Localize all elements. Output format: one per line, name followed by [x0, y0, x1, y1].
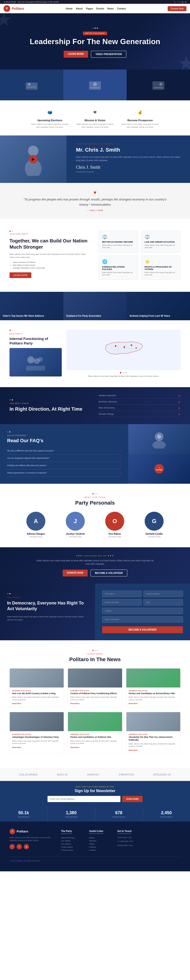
hero-image-2	[64, 70, 127, 100]
news-desc-3: Etiam ultrices risus etiam long diam sit…	[129, 696, 178, 701]
news-link-5[interactable]: Read More	[70, 746, 120, 748]
issue-label-1: Voter's Top Issues We Have Address	[3, 314, 44, 317]
footer-col-links: Useful Links About Services Teams Projec…	[89, 829, 112, 852]
news-card-3: AGENDA POLITICS Parties and Candidates a…	[126, 668, 180, 708]
instagram-icon[interactable]: ig	[182, 1, 184, 3]
news-link-1[interactable]: Read More	[12, 702, 61, 705]
footer-link-1[interactable]: About	[89, 836, 112, 839]
city-input[interactable]	[144, 599, 183, 605]
news-link-6[interactable]: Read More	[129, 749, 178, 751]
news-body-3: AGENDA POLITICS Parties and Candidates a…	[126, 687, 180, 707]
carousel-dot-3[interactable]	[126, 372, 127, 374]
newsletter-subscribe-button[interactable]: SUBSCRIBE	[122, 796, 142, 802]
volunteer-submit-button[interactable]: BECOME A VOLUNTEER	[102, 626, 183, 633]
demo-dot-2	[9, 593, 10, 594]
nav-news[interactable]: News	[107, 7, 113, 10]
footer-party-link-5[interactable]: Privacy Policy	[61, 849, 84, 852]
build-learn-more-button[interactable]: LEARN MORE	[10, 272, 31, 278]
email-input[interactable]	[144, 591, 183, 597]
faq-title: Read Our FAQ's	[7, 438, 121, 443]
carousel-dot-2[interactable]	[123, 372, 124, 374]
footer-instagram-icon[interactable]: ig	[24, 844, 29, 849]
faq-icon-1: +	[120, 449, 121, 452]
fullname-input[interactable]	[102, 591, 142, 597]
faq-tag: QUICK ANSWERS	[7, 434, 121, 436]
faq-item-3[interactable]: Finding new effects with peers for peace…	[7, 462, 121, 469]
footer-party-link-1[interactable]: About The Party	[61, 836, 84, 839]
issue-block-3[interactable]: Actively helping From Last 45 Years	[126, 292, 190, 320]
dot-a	[10, 231, 11, 232]
hero-learn-more-button[interactable]: LEARN MORE	[64, 51, 88, 58]
play-button[interactable]: ▶	[29, 155, 38, 164]
youtube-icon[interactable]: yt	[185, 1, 187, 3]
news-cat-1: AGENDA POLITICS	[12, 690, 61, 692]
feature-mission: 👁️ Mission & Vision Etiam ultrices risus…	[76, 107, 114, 128]
direction-item-2: Business Advocacy ▶	[99, 401, 180, 405]
comment-input[interactable]	[102, 616, 183, 622]
candidate-desc: Etiam ultrices risus etiam long diam sit…	[76, 155, 180, 162]
footer-link-2[interactable]: Services	[89, 839, 112, 842]
hero-img-placeholder-1	[0, 70, 64, 100]
footer-bottom: © 2024 Politaro. All Rights Reserved.	[10, 856, 180, 864]
faq-item-2[interactable]: Are our programs aligned with opportunit…	[7, 455, 121, 462]
direction-label-1: Taxation Approach	[99, 394, 116, 397]
svg-point-24	[152, 441, 166, 449]
personal-card-3: O Oce Rakon Voluntary Party	[97, 512, 133, 538]
donate-now-button[interactable]: DONATE NOW	[63, 570, 88, 576]
form-email	[144, 591, 183, 597]
stat-members-number: 50.1k	[2, 810, 45, 815]
footer-contact-heading: Get In Touch	[117, 830, 132, 834]
facebook-icon[interactable]: f	[178, 1, 178, 3]
stat-events-label: Program Events	[97, 816, 140, 818]
footer-party-link-4[interactable]: Party Leaders	[61, 845, 84, 849]
subject-input[interactable]	[102, 608, 183, 614]
donate-button[interactable]: Donate Now	[168, 6, 187, 11]
direction-arrow-3: ▶	[179, 407, 180, 409]
svg-point-9	[28, 146, 38, 156]
personal-card-1: A Alfonso Ranges Voluntary Party	[18, 512, 54, 538]
nav-events[interactable]: Events	[96, 7, 104, 10]
faq-item-4[interactable]: What experiences in common to improve? +	[7, 469, 121, 477]
issue-block-2[interactable]: Guidance For Party Associates	[64, 292, 127, 320]
feature-elections: 🗳️ Upcoming Elections Etiam ultrices ris…	[31, 107, 69, 128]
news-link-3[interactable]: Read More	[129, 702, 178, 705]
become-volunteer-button[interactable]: BECOME A VOLUNTEER	[91, 570, 128, 576]
news-body-6: AGENDA POLITICS Absolutely the Way That …	[126, 731, 180, 753]
nav-home[interactable]: Home	[66, 7, 72, 10]
footer-party-link-3[interactable]: Our Mission	[61, 842, 84, 845]
svg-point-13	[38, 357, 43, 362]
faq-item-1[interactable]: We are a different than the free support…	[7, 447, 121, 455]
nav-contact[interactable]: Contact	[117, 7, 126, 10]
news-card-6: AGENDA POLITICS Absolutely the Way That …	[126, 712, 180, 754]
dot-b	[12, 231, 13, 232]
twitter-icon[interactable]: t	[180, 1, 180, 3]
issue-block-1[interactable]: Voter's Top Issues We Have Address	[0, 292, 64, 320]
news-img-6	[126, 712, 180, 731]
direction-dots	[10, 399, 91, 401]
news-link-4[interactable]: Read More	[12, 746, 61, 748]
footer-twitter-icon[interactable]: t	[17, 844, 22, 849]
nav-pages[interactable]: Pages	[86, 7, 93, 10]
policy-economic: ⚖️ BETTER ECONOMIC REFORM Etiam ultrices…	[99, 231, 138, 253]
logo-harvey: HARVEY	[87, 773, 99, 776]
footer-party-link-2[interactable]: Our History	[61, 839, 84, 842]
news-link-2[interactable]: Read More	[70, 702, 120, 705]
form-row-2	[102, 599, 183, 608]
newsletter-input[interactable]	[48, 796, 120, 802]
stat-volunteers-number: 1,380	[50, 810, 93, 815]
svg-rect-2	[27, 87, 36, 88]
nav-logo[interactable]: P Politaro	[3, 5, 24, 12]
phone-input[interactable]	[102, 599, 142, 605]
footer-facebook-icon[interactable]: f	[10, 844, 15, 849]
footer-link-5[interactable]: Contact	[89, 849, 112, 852]
nav-about[interactable]: About	[76, 7, 83, 10]
carousel-dot-1[interactable]	[120, 372, 121, 374]
footer-link-3[interactable]: Teams	[89, 842, 112, 845]
footer-link-4[interactable]: Projects	[89, 845, 112, 849]
economic-desc: Etiam ultrices risus etiam long diam sit…	[102, 244, 135, 249]
economic-icon: ⚖️	[102, 234, 135, 239]
news-grid-top: AGENDA POLITICS How Can We Build Country…	[10, 668, 180, 708]
footer-logo: P Politaro	[10, 829, 56, 834]
footer-address: 1234 Street, City	[117, 836, 141, 839]
hero-video-button[interactable]: VIDEO PRESENTATION	[91, 51, 126, 58]
